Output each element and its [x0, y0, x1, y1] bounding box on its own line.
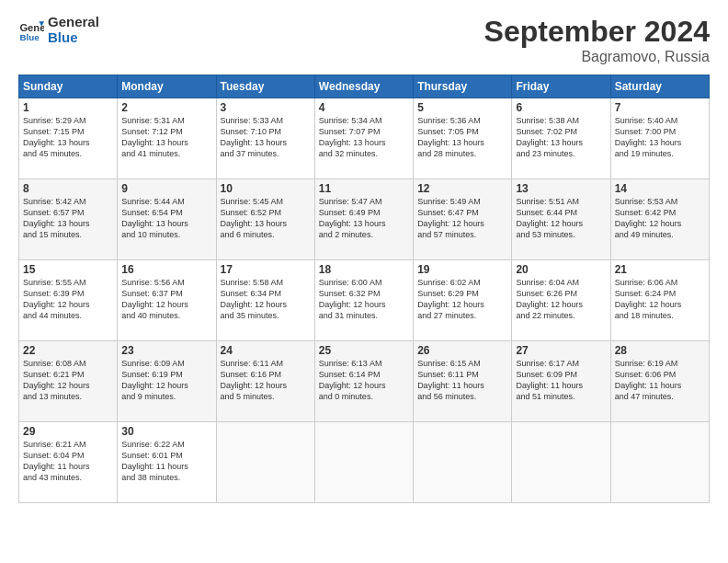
logo-blue: Blue — [48, 30, 99, 46]
cell-info: Sunrise: 6:04 AMSunset: 6:26 PMDaylight:… — [516, 277, 606, 322]
logo-icon: General Blue — [18, 17, 44, 43]
day-number: 15 — [23, 263, 113, 276]
col-monday: Monday — [118, 75, 216, 98]
calendar-cell: 8Sunrise: 5:42 AMSunset: 6:57 PMDaylight… — [19, 179, 118, 260]
cell-info: Sunrise: 5:44 AMSunset: 6:54 PMDaylight:… — [121, 196, 211, 241]
calendar-cell: 30Sunrise: 6:22 AMSunset: 6:01 PMDayligh… — [118, 422, 216, 503]
calendar-cell — [512, 422, 610, 503]
day-number: 17 — [221, 263, 311, 276]
day-number: 22 — [23, 344, 113, 357]
calendar-cell: 26Sunrise: 6:15 AMSunset: 6:11 PMDayligh… — [414, 341, 512, 422]
calendar-cell: 1Sunrise: 5:29 AMSunset: 7:15 PMDaylight… — [19, 98, 118, 179]
calendar-cell: 23Sunrise: 6:09 AMSunset: 6:19 PMDayligh… — [118, 341, 216, 422]
cell-info: Sunrise: 5:45 AMSunset: 6:52 PMDaylight:… — [221, 196, 311, 241]
calendar-cell: 10Sunrise: 5:45 AMSunset: 6:52 PMDayligh… — [216, 179, 314, 260]
calendar-cell: 28Sunrise: 6:19 AMSunset: 6:06 PMDayligh… — [610, 341, 709, 422]
day-number: 19 — [417, 263, 507, 276]
title-block: September 2024 Bagramovo, Russia — [484, 15, 710, 65]
day-number: 25 — [319, 344, 409, 357]
cell-info: Sunrise: 5:40 AMSunset: 7:00 PMDaylight:… — [615, 115, 705, 160]
week-row: 29Sunrise: 6:21 AMSunset: 6:04 PMDayligh… — [19, 422, 710, 503]
day-number: 28 — [615, 344, 705, 357]
cell-info: Sunrise: 6:13 AMSunset: 6:14 PMDaylight:… — [319, 358, 409, 403]
calendar-cell: 20Sunrise: 6:04 AMSunset: 6:26 PMDayligh… — [512, 260, 610, 341]
day-number: 2 — [121, 101, 211, 114]
cell-info: Sunrise: 6:21 AMSunset: 6:04 PMDaylight:… — [23, 439, 113, 484]
cell-info: Sunrise: 6:22 AMSunset: 6:01 PMDaylight:… — [121, 439, 211, 484]
calendar-cell: 19Sunrise: 6:02 AMSunset: 6:29 PMDayligh… — [414, 260, 512, 341]
calendar-header-row: SundayMondayTuesdayWednesdayThursdayFrid… — [19, 75, 710, 98]
month-title: September 2024 — [484, 15, 710, 49]
calendar-cell: 6Sunrise: 5:38 AMSunset: 7:02 PMDaylight… — [512, 98, 610, 179]
cell-info: Sunrise: 6:08 AMSunset: 6:21 PMDaylight:… — [23, 358, 113, 403]
calendar-cell: 12Sunrise: 5:49 AMSunset: 6:47 PMDayligh… — [414, 179, 512, 260]
cell-info: Sunrise: 5:49 AMSunset: 6:47 PMDaylight:… — [417, 196, 507, 241]
day-number: 23 — [121, 344, 211, 357]
day-number: 1 — [23, 101, 113, 114]
day-number: 18 — [319, 263, 409, 276]
calendar-cell: 16Sunrise: 5:56 AMSunset: 6:37 PMDayligh… — [118, 260, 216, 341]
calendar-cell: 17Sunrise: 5:58 AMSunset: 6:34 PMDayligh… — [216, 260, 314, 341]
svg-text:Blue: Blue — [19, 32, 40, 42]
calendar-cell: 7Sunrise: 5:40 AMSunset: 7:00 PMDaylight… — [610, 98, 709, 179]
day-number: 6 — [516, 101, 606, 114]
logo-general: General — [48, 15, 99, 30]
cell-info: Sunrise: 5:51 AMSunset: 6:44 PMDaylight:… — [516, 196, 606, 241]
day-number: 26 — [417, 344, 507, 357]
cell-info: Sunrise: 6:17 AMSunset: 6:09 PMDaylight:… — [516, 358, 606, 403]
cell-info: Sunrise: 6:15 AMSunset: 6:11 PMDaylight:… — [417, 358, 507, 403]
col-tuesday: Tuesday — [216, 75, 314, 98]
day-number: 12 — [417, 182, 507, 195]
cell-info: Sunrise: 5:47 AMSunset: 6:49 PMDaylight:… — [319, 196, 409, 241]
day-number: 9 — [121, 182, 211, 195]
calendar-cell — [314, 422, 413, 503]
calendar-cell: 21Sunrise: 6:06 AMSunset: 6:24 PMDayligh… — [610, 260, 709, 341]
cell-info: Sunrise: 6:00 AMSunset: 6:32 PMDaylight:… — [319, 277, 409, 322]
calendar-cell: 9Sunrise: 5:44 AMSunset: 6:54 PMDaylight… — [118, 179, 216, 260]
week-row: 15Sunrise: 5:55 AMSunset: 6:39 PMDayligh… — [19, 260, 710, 341]
location: Bagramovo, Russia — [484, 49, 710, 65]
day-number: 11 — [319, 182, 409, 195]
calendar-table: SundayMondayTuesdayWednesdayThursdayFrid… — [18, 75, 710, 503]
day-number: 29 — [23, 425, 113, 438]
calendar-cell — [216, 422, 314, 503]
cell-info: Sunrise: 5:33 AMSunset: 7:10 PMDaylight:… — [221, 115, 311, 160]
day-number: 13 — [516, 182, 606, 195]
calendar-cell: 5Sunrise: 5:36 AMSunset: 7:05 PMDaylight… — [414, 98, 512, 179]
calendar-cell — [414, 422, 512, 503]
calendar-cell: 11Sunrise: 5:47 AMSunset: 6:49 PMDayligh… — [314, 179, 413, 260]
day-number: 4 — [319, 101, 409, 114]
calendar-cell — [610, 422, 709, 503]
calendar-cell: 24Sunrise: 6:11 AMSunset: 6:16 PMDayligh… — [216, 341, 314, 422]
calendar-cell: 2Sunrise: 5:31 AMSunset: 7:12 PMDaylight… — [118, 98, 216, 179]
day-number: 30 — [121, 425, 211, 438]
calendar-cell: 29Sunrise: 6:21 AMSunset: 6:04 PMDayligh… — [19, 422, 118, 503]
header: General Blue General Blue September 2024… — [18, 15, 710, 65]
cell-info: Sunrise: 6:02 AMSunset: 6:29 PMDaylight:… — [417, 277, 507, 322]
day-number: 27 — [516, 344, 606, 357]
col-thursday: Thursday — [414, 75, 512, 98]
cell-info: Sunrise: 5:55 AMSunset: 6:39 PMDaylight:… — [23, 277, 113, 322]
logo: General Blue General Blue — [18, 15, 99, 45]
cell-info: Sunrise: 5:38 AMSunset: 7:02 PMDaylight:… — [516, 115, 606, 160]
cell-info: Sunrise: 5:31 AMSunset: 7:12 PMDaylight:… — [121, 115, 211, 160]
cell-info: Sunrise: 6:06 AMSunset: 6:24 PMDaylight:… — [615, 277, 705, 322]
calendar-cell: 22Sunrise: 6:08 AMSunset: 6:21 PMDayligh… — [19, 341, 118, 422]
week-row: 22Sunrise: 6:08 AMSunset: 6:21 PMDayligh… — [19, 341, 710, 422]
day-number: 16 — [121, 263, 211, 276]
calendar-cell: 13Sunrise: 5:51 AMSunset: 6:44 PMDayligh… — [512, 179, 610, 260]
day-number: 14 — [615, 182, 705, 195]
week-row: 8Sunrise: 5:42 AMSunset: 6:57 PMDaylight… — [19, 179, 710, 260]
calendar-cell: 4Sunrise: 5:34 AMSunset: 7:07 PMDaylight… — [314, 98, 413, 179]
calendar-cell: 25Sunrise: 6:13 AMSunset: 6:14 PMDayligh… — [314, 341, 413, 422]
day-number: 3 — [221, 101, 311, 114]
calendar-cell: 15Sunrise: 5:55 AMSunset: 6:39 PMDayligh… — [19, 260, 118, 341]
cell-info: Sunrise: 5:58 AMSunset: 6:34 PMDaylight:… — [221, 277, 311, 322]
day-number: 5 — [417, 101, 507, 114]
week-row: 1Sunrise: 5:29 AMSunset: 7:15 PMDaylight… — [19, 98, 710, 179]
cell-info: Sunrise: 5:36 AMSunset: 7:05 PMDaylight:… — [417, 115, 507, 160]
cell-info: Sunrise: 6:19 AMSunset: 6:06 PMDaylight:… — [615, 358, 705, 403]
calendar-cell: 14Sunrise: 5:53 AMSunset: 6:42 PMDayligh… — [610, 179, 709, 260]
cell-info: Sunrise: 6:09 AMSunset: 6:19 PMDaylight:… — [121, 358, 211, 403]
cell-info: Sunrise: 5:29 AMSunset: 7:15 PMDaylight:… — [23, 115, 113, 160]
